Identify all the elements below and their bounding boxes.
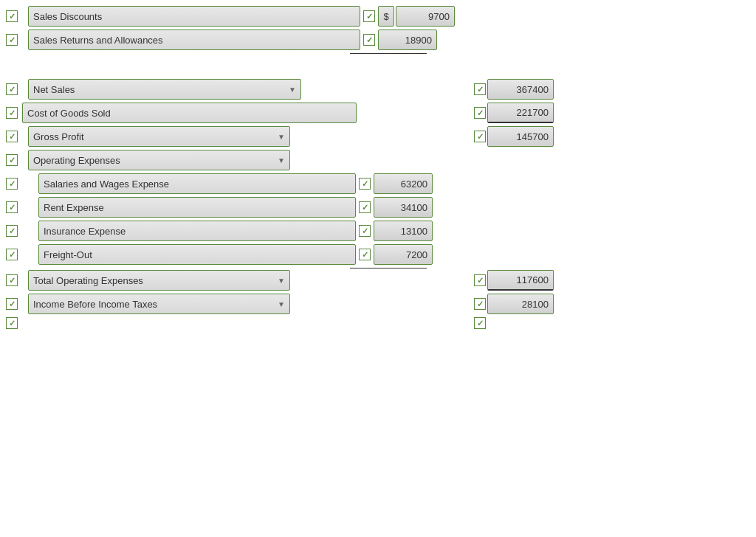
cb-net-sales-2[interactable] (474, 83, 486, 95)
cb-insurance-2[interactable] (359, 225, 371, 237)
cb-total-operating-2[interactable] (474, 274, 486, 286)
cb-bottom-1[interactable] (6, 317, 18, 329)
label-sales-returns: Sales Returns and Allowances (28, 30, 360, 50)
row-operating-expenses: Operating Expenses ▼ (0, 150, 756, 170)
row-salaries: Salaries and Wages Expense 63200 (0, 173, 756, 194)
label-rent: Rent Expense (38, 197, 356, 218)
cb-freight-1[interactable] (6, 249, 18, 260)
operating-expenses-arrow-icon: ▼ (278, 156, 285, 164)
row-rent: Rent Expense 34100 (0, 197, 756, 218)
cb-insurance-1[interactable] (6, 225, 18, 237)
income-before-taxes-arrow-icon: ▼ (278, 300, 285, 308)
label-net-sales[interactable]: Net Sales ▼ (28, 79, 301, 100)
val-cost-of-goods[interactable]: 221700 (487, 103, 554, 123)
row-gross-profit: Gross Profit ▼ 145700 (0, 126, 756, 147)
val-sales-returns[interactable]: 18900 (378, 30, 437, 50)
row-sales-discounts: Sales Discounts $ 9700 (0, 6, 756, 27)
cb-net-sales-1[interactable] (6, 83, 18, 95)
row-total-operating: Total Operating Expenses ▼ 117600 (0, 270, 756, 291)
label-insurance: Insurance Expense (38, 221, 356, 241)
row-net-sales: Net Sales ▼ 367400 (0, 79, 756, 100)
underline-mid-2 (0, 268, 756, 268)
cb-income-before-taxes-1[interactable] (6, 298, 18, 310)
label-total-operating[interactable]: Total Operating Expenses ▼ (28, 270, 290, 291)
label-gross-profit[interactable]: Gross Profit ▼ (28, 126, 290, 147)
cb-total-operating-1[interactable] (6, 274, 18, 286)
row-bottom-cb (0, 317, 756, 329)
row-total-deductions: 28600 (0, 55, 756, 76)
cb-income-before-taxes-2[interactable] (474, 298, 486, 310)
val-income-before-taxes[interactable]: 28100 (487, 294, 554, 314)
label-operating-expenses[interactable]: Operating Expenses ▼ (28, 150, 290, 170)
net-sales-arrow-icon: ▼ (289, 86, 296, 94)
total-operating-arrow-icon: ▼ (278, 277, 285, 285)
cb-salaries-2[interactable] (359, 178, 371, 190)
cb-gross-profit-2[interactable] (474, 131, 486, 142)
label-cost-of-goods: Cost of Goods Sold (22, 103, 357, 123)
label-sales-discounts: Sales Discounts (28, 6, 360, 27)
label-freight: Freight-Out (38, 244, 356, 265)
val-insurance[interactable]: 13100 (374, 221, 433, 241)
cb-gross-profit-1[interactable] (6, 131, 18, 142)
cb-sales-discounts-1[interactable] (6, 10, 18, 22)
row-freight: Freight-Out 7200 (0, 244, 756, 265)
label-salaries: Salaries and Wages Expense (38, 173, 356, 194)
cb-salaries-1[interactable] (6, 178, 18, 190)
cb-operating-expenses-1[interactable] (6, 154, 18, 166)
label-income-before-taxes[interactable]: Income Before Income Taxes ▼ (28, 294, 290, 314)
dollar-sign-sales-discounts: $ (378, 6, 394, 27)
cb-rent-2[interactable] (359, 201, 371, 213)
underline-mid-1 (0, 53, 756, 54)
gross-profit-arrow-icon: ▼ (278, 133, 285, 141)
row-sales-returns: Sales Returns and Allowances 18900 (0, 30, 756, 50)
income-statement-page: Sales Discounts $ 9700 Sales Returns and… (0, 0, 756, 537)
cb-sales-returns-1[interactable] (6, 34, 18, 46)
row-income-before-taxes: Income Before Income Taxes ▼ 28100 (0, 294, 756, 314)
row-insurance: Insurance Expense 13100 (0, 221, 756, 241)
val-net-sales[interactable]: 367400 (487, 79, 554, 100)
cb-cost-of-goods-2[interactable] (474, 107, 486, 119)
cb-sales-returns-2[interactable] (363, 34, 375, 46)
row-cost-of-goods: Cost of Goods Sold 221700 (0, 103, 756, 123)
cb-freight-2[interactable] (359, 249, 371, 260)
cb-cost-of-goods-1[interactable] (6, 107, 18, 119)
val-freight[interactable]: 7200 (374, 244, 433, 265)
val-total-operating[interactable]: 117600 (487, 270, 554, 291)
val-salaries[interactable]: 63200 (374, 173, 433, 194)
cb-sales-discounts-2[interactable] (363, 10, 375, 22)
val-rent[interactable]: 34100 (374, 197, 433, 218)
cb-rent-1[interactable] (6, 201, 18, 213)
val-sales-discounts[interactable]: 9700 (396, 6, 455, 27)
val-gross-profit[interactable]: 145700 (487, 126, 554, 147)
cb-bottom-2[interactable] (474, 317, 486, 329)
